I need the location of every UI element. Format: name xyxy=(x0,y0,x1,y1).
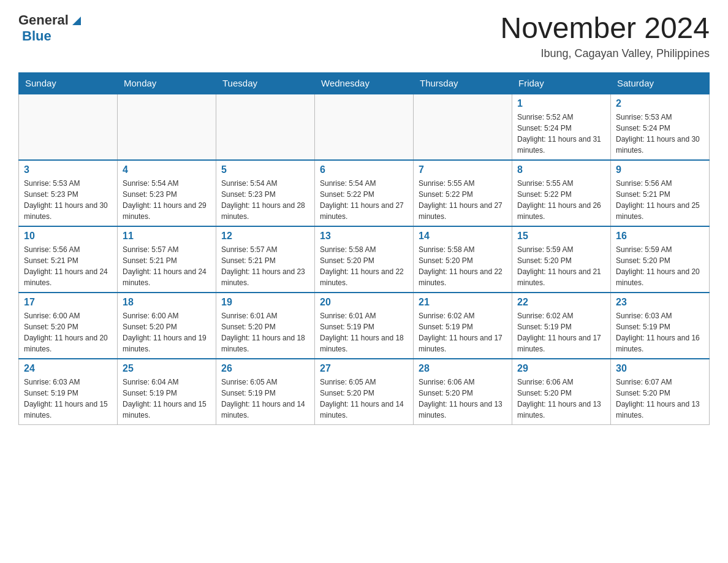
week-row: 24Sunrise: 6:03 AMSunset: 5:19 PMDayligh… xyxy=(19,359,710,425)
calendar-day: 18Sunrise: 6:00 AMSunset: 5:20 PMDayligh… xyxy=(118,293,216,359)
day-number: 19 xyxy=(221,297,309,308)
day-number: 13 xyxy=(320,231,408,242)
day-info: Sunrise: 6:03 AMSunset: 5:19 PMDaylight:… xyxy=(24,377,112,421)
day-info: Sunrise: 5:57 AMSunset: 5:21 PMDaylight:… xyxy=(221,244,309,288)
day-info: Sunrise: 6:05 AMSunset: 5:20 PMDaylight:… xyxy=(320,377,408,421)
day-info: Sunrise: 5:52 AMSunset: 5:24 PMDaylight:… xyxy=(517,112,605,156)
day-number: 23 xyxy=(616,297,704,308)
day-number: 5 xyxy=(221,164,309,175)
calendar-day: 9Sunrise: 5:56 AMSunset: 5:21 PMDaylight… xyxy=(611,160,710,226)
day-of-week-header: Wednesday xyxy=(315,72,414,94)
calendar-day: 3Sunrise: 5:53 AMSunset: 5:23 PMDaylight… xyxy=(19,160,118,226)
calendar-day xyxy=(216,94,315,160)
calendar-day: 16Sunrise: 5:59 AMSunset: 5:20 PMDayligh… xyxy=(611,226,710,293)
calendar-day: 13Sunrise: 5:58 AMSunset: 5:20 PMDayligh… xyxy=(315,226,414,293)
day-number: 10 xyxy=(24,231,112,242)
day-info: Sunrise: 5:55 AMSunset: 5:22 PMDaylight:… xyxy=(517,178,605,222)
calendar-day: 29Sunrise: 6:06 AMSunset: 5:20 PMDayligh… xyxy=(512,359,611,425)
logo: General Blue xyxy=(18,12,83,44)
day-number: 26 xyxy=(221,363,309,374)
calendar-day: 17Sunrise: 6:00 AMSunset: 5:20 PMDayligh… xyxy=(19,293,118,359)
calendar-day: 23Sunrise: 6:03 AMSunset: 5:19 PMDayligh… xyxy=(611,293,710,359)
day-number: 9 xyxy=(616,164,704,175)
calendar-day: 7Sunrise: 5:55 AMSunset: 5:22 PMDaylight… xyxy=(414,160,512,226)
day-info: Sunrise: 6:00 AMSunset: 5:20 PMDaylight:… xyxy=(123,310,211,354)
day-info: Sunrise: 5:55 AMSunset: 5:22 PMDaylight:… xyxy=(419,178,507,222)
day-number: 18 xyxy=(123,297,211,308)
logo-blue-text: Blue xyxy=(22,28,51,44)
day-number: 21 xyxy=(419,297,507,308)
day-info: Sunrise: 6:03 AMSunset: 5:19 PMDaylight:… xyxy=(616,310,704,354)
calendar-day: 2Sunrise: 5:53 AMSunset: 5:24 PMDaylight… xyxy=(611,94,710,160)
calendar-day: 22Sunrise: 6:02 AMSunset: 5:19 PMDayligh… xyxy=(512,293,611,359)
calendar-day: 5Sunrise: 5:54 AMSunset: 5:23 PMDaylight… xyxy=(216,160,315,226)
day-info: Sunrise: 5:58 AMSunset: 5:20 PMDaylight:… xyxy=(320,244,408,288)
calendar-day: 15Sunrise: 5:59 AMSunset: 5:20 PMDayligh… xyxy=(512,226,611,293)
day-number: 20 xyxy=(320,297,408,308)
logo-triangle-icon xyxy=(70,14,83,28)
month-title: November 2024 xyxy=(500,12,710,45)
page-header: General Blue November 2024 Ibung, Cagaya… xyxy=(18,12,710,60)
day-info: Sunrise: 6:01 AMSunset: 5:20 PMDaylight:… xyxy=(221,310,309,354)
calendar-day xyxy=(414,94,512,160)
day-of-week-header: Sunday xyxy=(19,72,118,94)
svg-marker-0 xyxy=(72,17,81,25)
calendar-day: 1Sunrise: 5:52 AMSunset: 5:24 PMDaylight… xyxy=(512,94,611,160)
calendar-day: 30Sunrise: 6:07 AMSunset: 5:20 PMDayligh… xyxy=(611,359,710,425)
day-info: Sunrise: 5:54 AMSunset: 5:23 PMDaylight:… xyxy=(221,178,309,222)
day-info: Sunrise: 5:54 AMSunset: 5:22 PMDaylight:… xyxy=(320,178,408,222)
day-of-week-header: Monday xyxy=(118,72,216,94)
week-row: 17Sunrise: 6:00 AMSunset: 5:20 PMDayligh… xyxy=(19,293,710,359)
day-info: Sunrise: 5:53 AMSunset: 5:23 PMDaylight:… xyxy=(24,178,112,222)
day-number: 4 xyxy=(123,164,211,175)
day-info: Sunrise: 5:57 AMSunset: 5:21 PMDaylight:… xyxy=(123,244,211,288)
calendar-day: 8Sunrise: 5:55 AMSunset: 5:22 PMDaylight… xyxy=(512,160,611,226)
calendar-day: 24Sunrise: 6:03 AMSunset: 5:19 PMDayligh… xyxy=(19,359,118,425)
day-number: 1 xyxy=(517,98,605,109)
day-info: Sunrise: 5:56 AMSunset: 5:21 PMDaylight:… xyxy=(616,178,704,222)
day-info: Sunrise: 6:01 AMSunset: 5:19 PMDaylight:… xyxy=(320,310,408,354)
day-number: 8 xyxy=(517,164,605,175)
title-block: November 2024 Ibung, Cagayan Valley, Phi… xyxy=(500,12,710,60)
day-number: 24 xyxy=(24,363,112,374)
calendar-day: 10Sunrise: 5:56 AMSunset: 5:21 PMDayligh… xyxy=(19,226,118,293)
day-number: 2 xyxy=(616,98,704,109)
day-info: Sunrise: 5:59 AMSunset: 5:20 PMDaylight:… xyxy=(616,244,704,288)
day-number: 12 xyxy=(221,231,309,242)
day-info: Sunrise: 5:53 AMSunset: 5:24 PMDaylight:… xyxy=(616,112,704,156)
day-number: 16 xyxy=(616,231,704,242)
calendar-day: 4Sunrise: 5:54 AMSunset: 5:23 PMDaylight… xyxy=(118,160,216,226)
day-info: Sunrise: 5:58 AMSunset: 5:20 PMDaylight:… xyxy=(419,244,507,288)
calendar-day: 28Sunrise: 6:06 AMSunset: 5:20 PMDayligh… xyxy=(414,359,512,425)
calendar-day: 12Sunrise: 5:57 AMSunset: 5:21 PMDayligh… xyxy=(216,226,315,293)
calendar-day: 26Sunrise: 6:05 AMSunset: 5:19 PMDayligh… xyxy=(216,359,315,425)
day-of-week-header: Thursday xyxy=(414,72,512,94)
calendar-day: 21Sunrise: 6:02 AMSunset: 5:19 PMDayligh… xyxy=(414,293,512,359)
calendar-day: 25Sunrise: 6:04 AMSunset: 5:19 PMDayligh… xyxy=(118,359,216,425)
week-row: 10Sunrise: 5:56 AMSunset: 5:21 PMDayligh… xyxy=(19,226,710,293)
day-of-week-header: Friday xyxy=(512,72,611,94)
day-number: 6 xyxy=(320,164,408,175)
day-number: 25 xyxy=(123,363,211,374)
day-number: 11 xyxy=(123,231,211,242)
day-number: 7 xyxy=(419,164,507,175)
day-number: 29 xyxy=(517,363,605,374)
calendar-day: 6Sunrise: 5:54 AMSunset: 5:22 PMDaylight… xyxy=(315,160,414,226)
location-title: Ibung, Cagayan Valley, Philippines xyxy=(500,47,710,60)
calendar-day: 11Sunrise: 5:57 AMSunset: 5:21 PMDayligh… xyxy=(118,226,216,293)
calendar-table: SundayMondayTuesdayWednesdayThursdayFrid… xyxy=(18,72,710,425)
calendar-day xyxy=(118,94,216,160)
day-info: Sunrise: 6:05 AMSunset: 5:19 PMDaylight:… xyxy=(221,377,309,421)
day-number: 15 xyxy=(517,231,605,242)
day-number: 22 xyxy=(517,297,605,308)
calendar-day: 27Sunrise: 6:05 AMSunset: 5:20 PMDayligh… xyxy=(315,359,414,425)
calendar-day xyxy=(19,94,118,160)
calendar-day: 14Sunrise: 5:58 AMSunset: 5:20 PMDayligh… xyxy=(414,226,512,293)
day-number: 28 xyxy=(419,363,507,374)
day-info: Sunrise: 6:02 AMSunset: 5:19 PMDaylight:… xyxy=(419,310,507,354)
day-info: Sunrise: 6:07 AMSunset: 5:20 PMDaylight:… xyxy=(616,377,704,421)
day-info: Sunrise: 6:06 AMSunset: 5:20 PMDaylight:… xyxy=(419,377,507,421)
day-info: Sunrise: 6:04 AMSunset: 5:19 PMDaylight:… xyxy=(123,377,211,421)
week-row: 1Sunrise: 5:52 AMSunset: 5:24 PMDaylight… xyxy=(19,94,710,160)
day-of-week-header: Saturday xyxy=(611,72,710,94)
